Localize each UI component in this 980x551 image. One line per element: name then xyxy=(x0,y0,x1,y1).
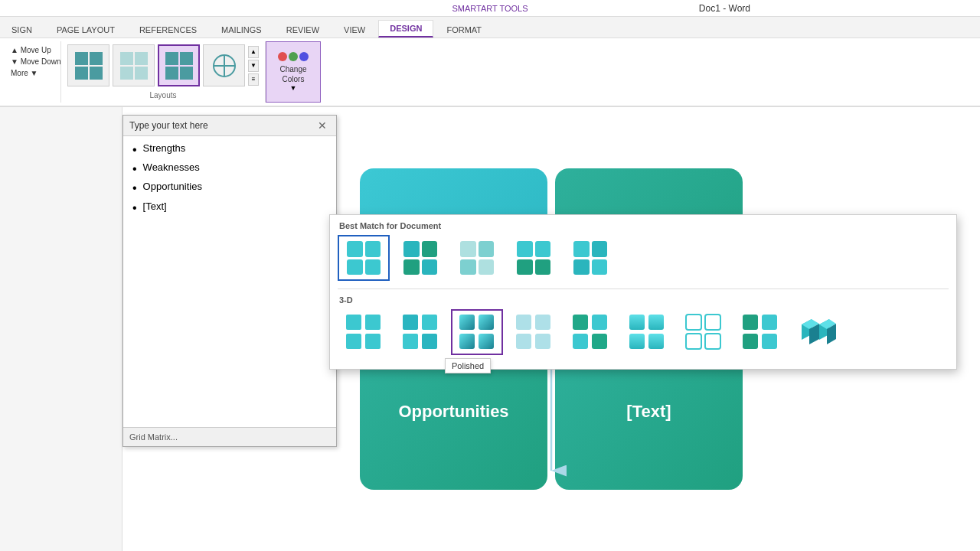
doc-title: Doc1 - Word xyxy=(699,3,750,14)
colors-dropdown: Best Match for Document xyxy=(329,214,957,370)
text-item-2: • Weaknesses xyxy=(132,161,327,176)
svg-rect-13 xyxy=(422,315,437,330)
svg-rect-8 xyxy=(346,315,361,330)
svg-rect-19 xyxy=(479,334,494,349)
layout-2[interactable] xyxy=(113,44,155,86)
svg-rect-15 xyxy=(422,334,437,349)
left-sidebar xyxy=(0,107,122,551)
text-pane-close-btn[interactable]: ✕ xyxy=(315,119,330,132)
bullet-3: • xyxy=(132,181,137,195)
svg-rect-39 xyxy=(743,315,758,330)
svg-rect-9 xyxy=(365,315,381,330)
create-graphic-section: ▲ Move Up ▼ Move Down More ▼ xyxy=(0,41,61,103)
color-option-bm1[interactable] xyxy=(338,235,390,281)
tab-view[interactable]: VIEW xyxy=(332,21,377,37)
svg-rect-38 xyxy=(705,334,720,349)
tab-design[interactable]: DESIGN xyxy=(378,20,433,37)
text-pane: Type your text here ✕ • Strengths • Weak… xyxy=(122,115,337,447)
text-item-2-label: Weaknesses xyxy=(143,161,200,173)
color-option-3d9[interactable] xyxy=(791,309,843,355)
color-option-bm2[interactable] xyxy=(394,235,446,281)
svg-rect-35 xyxy=(686,315,701,330)
svg-rect-28 xyxy=(592,315,607,330)
bullet-1: • xyxy=(132,142,137,157)
svg-rect-11 xyxy=(365,334,381,349)
color-option-3d8[interactable] xyxy=(734,309,786,355)
svg-rect-27 xyxy=(573,315,588,330)
svg-rect-31 xyxy=(629,315,645,330)
move-down-btn[interactable]: ▼ Move Down xyxy=(8,56,53,67)
svg-rect-24 xyxy=(535,315,550,330)
best-match-title: Best Match for Document xyxy=(338,221,949,230)
svg-rect-42 xyxy=(762,334,777,349)
svg-rect-33 xyxy=(629,334,645,349)
three-d-options: Polished xyxy=(338,309,949,355)
create-graphic-label xyxy=(8,96,53,99)
svg-rect-23 xyxy=(516,315,531,330)
color-option-3d1[interactable] xyxy=(338,309,390,355)
change-colors-btn[interactable]: Change Colors ▼ xyxy=(266,41,321,103)
color-option-bm4[interactable] xyxy=(508,235,560,281)
svg-rect-26 xyxy=(535,334,550,349)
text-pane-header: Type your text here ✕ xyxy=(123,116,336,136)
svg-rect-29 xyxy=(573,334,588,349)
three-d-title: 3-D xyxy=(338,295,949,305)
layout-1[interactable] xyxy=(67,44,109,86)
smartart-tools-label: SMARTART TOOLS xyxy=(452,4,528,13)
scroll-down-btn[interactable]: ▼ xyxy=(248,60,259,72)
text-pane-footer-label: Grid Matrix... xyxy=(129,432,178,442)
text-item-3: • Opportunities xyxy=(132,181,327,195)
divider xyxy=(338,289,949,289)
color-option-3d4[interactable] xyxy=(508,309,560,355)
swot-text-label: [Text] xyxy=(626,402,671,422)
text-item-3-label: Opportunities xyxy=(143,181,202,192)
tab-review[interactable]: REVIEW xyxy=(275,21,331,37)
layouts-section: ▲ ▼ ≡ Layouts xyxy=(61,41,266,103)
svg-rect-10 xyxy=(346,334,361,349)
svg-rect-36 xyxy=(705,315,720,330)
scroll-more-btn[interactable]: ≡ xyxy=(248,73,259,86)
text-pane-footer[interactable]: Grid Matrix... xyxy=(123,427,336,446)
color-option-bm3[interactable] xyxy=(451,235,503,281)
tab-format[interactable]: FORMAT xyxy=(435,21,493,37)
color-option-3d5[interactable] xyxy=(564,309,616,355)
more-btn[interactable]: More ▼ xyxy=(8,67,53,79)
svg-rect-37 xyxy=(686,334,701,349)
color-dots xyxy=(278,52,309,61)
tab-references[interactable]: REFERENCES xyxy=(128,21,208,37)
text-pane-title: Type your text here xyxy=(129,120,208,131)
best-match-options xyxy=(338,235,949,281)
svg-rect-30 xyxy=(592,334,607,349)
color-option-3d6[interactable] xyxy=(621,309,673,355)
tab-mailings[interactable]: MAILINGS xyxy=(210,21,273,37)
text-pane-body[interactable]: • Strengths • Weaknesses • Opportunities… xyxy=(123,136,336,427)
svg-rect-25 xyxy=(516,334,531,349)
ribbon-tabs: SIGN PAGE LAYOUT REFERENCES MAILINGS REV… xyxy=(0,17,980,38)
change-colors-label: Change Colors xyxy=(274,64,312,84)
text-item-4: • [Text] xyxy=(132,201,327,215)
svg-rect-34 xyxy=(648,334,664,349)
svg-rect-14 xyxy=(403,334,418,349)
scroll-up-btn[interactable]: ▲ xyxy=(248,46,259,58)
layout-3[interactable] xyxy=(158,44,200,86)
main-content: Type your text here ✕ • Strengths • Weak… xyxy=(0,107,980,551)
change-colors-arrow: ▼ xyxy=(290,84,297,92)
move-up-btn[interactable]: ▲ Move Up xyxy=(8,44,53,56)
ribbon: ▲ Move Up ▼ Move Down More ▼ xyxy=(0,38,980,107)
svg-rect-41 xyxy=(743,334,758,349)
color-option-3d3[interactable]: Polished xyxy=(451,309,503,355)
color-option-bm5[interactable] xyxy=(564,235,616,281)
svg-rect-32 xyxy=(648,315,664,330)
layout-4[interactable] xyxy=(203,44,245,86)
color-option-3d7[interactable] xyxy=(678,309,730,355)
svg-rect-18 xyxy=(459,334,475,349)
svg-rect-12 xyxy=(403,315,418,330)
tab-sign[interactable]: SIGN xyxy=(0,21,44,37)
tab-page-layout[interactable]: PAGE LAYOUT xyxy=(45,21,126,37)
layouts-label: Layouts xyxy=(149,88,176,99)
svg-rect-40 xyxy=(762,315,777,330)
color-option-3d2[interactable] xyxy=(394,309,446,355)
text-item-1: • Strengths xyxy=(132,142,327,157)
svg-rect-16 xyxy=(459,315,475,330)
layout-thumbs: ▲ ▼ ≡ xyxy=(67,44,259,86)
